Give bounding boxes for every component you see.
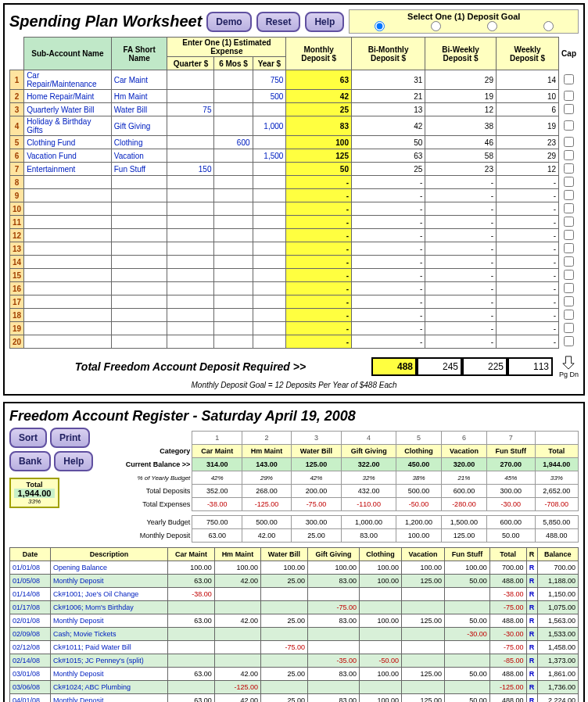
quarter-cell[interactable] — [167, 136, 214, 149]
reg-desc[interactable]: Ck#1015; JC Penney's (split) — [51, 654, 168, 668]
reg-cell[interactable] — [359, 628, 401, 641]
reg-cell[interactable]: 1,861.00 — [537, 668, 578, 681]
reg-cell[interactable]: -35.00 — [307, 654, 359, 668]
reg-cell[interactable]: 700.00 — [489, 561, 526, 575]
year-cell[interactable] — [253, 103, 286, 116]
reg-date[interactable]: 01/05/08 — [10, 575, 51, 588]
reg-reconciled[interactable]: R — [526, 654, 537, 668]
reg-cell[interactable]: -75.00 — [489, 641, 526, 654]
cap-checkbox[interactable] — [564, 177, 574, 187]
reg-cell[interactable]: 63.00 — [168, 575, 215, 588]
reg-desc[interactable]: Ck#1006; Mom's Birthday — [51, 601, 168, 614]
sixmos-cell[interactable] — [214, 309, 253, 322]
reg-cell[interactable]: 63.00 — [168, 694, 215, 703]
cap-checkbox[interactable] — [564, 120, 574, 131]
register-row[interactable]: 04/01/08Monthly Deposit63.0042.0025.0083… — [10, 694, 579, 703]
cap-checkbox-cell[interactable] — [559, 295, 579, 309]
register-row[interactable]: 02/12/08Ck#1011; Paid Water Bill-75.00-7… — [10, 641, 579, 654]
reg-cell[interactable]: 50.00 — [444, 575, 489, 588]
year-cell[interactable]: 1,000 — [253, 116, 286, 136]
cap-checkbox[interactable] — [564, 203, 574, 213]
reg-cell[interactable] — [168, 641, 215, 654]
reg-desc[interactable]: Ck#1011; Paid Water Bill — [51, 641, 168, 654]
reg-cell[interactable]: 125.00 — [402, 694, 445, 703]
cap-checkbox-cell[interactable] — [559, 282, 579, 295]
reg-cell[interactable] — [402, 654, 445, 668]
reg-cell[interactable]: 25.00 — [260, 694, 307, 703]
cap-checkbox-cell[interactable] — [559, 242, 579, 256]
reg-cell[interactable]: -38.00 — [489, 588, 526, 601]
reg-cell[interactable] — [307, 588, 359, 601]
quarter-cell[interactable] — [167, 282, 214, 295]
sixmos-cell[interactable] — [214, 322, 253, 335]
reg-cell[interactable]: 100.00 — [359, 694, 401, 703]
reg-cell[interactable]: 1,533.00 — [537, 628, 578, 641]
reg-cell[interactable]: 50.00 — [444, 668, 489, 681]
reg-date[interactable]: 02/12/08 — [10, 641, 51, 654]
fashort-cell[interactable] — [111, 189, 167, 202]
year-cell[interactable] — [253, 322, 286, 335]
reg-cell[interactable]: -38.00 — [168, 588, 215, 601]
reg-cell[interactable]: 42.00 — [214, 694, 260, 703]
reg-cell[interactable] — [402, 588, 445, 601]
fashort-cell[interactable] — [111, 309, 167, 322]
reg-cell[interactable] — [307, 681, 359, 694]
reg-cell[interactable]: -30.00 — [489, 628, 526, 641]
reg-date[interactable]: 01/14/08 — [10, 588, 51, 601]
reg-cell[interactable]: 25.00 — [260, 575, 307, 588]
demo-button[interactable]: Demo — [206, 12, 251, 32]
register-row[interactable]: 03/06/08Ck#1024; ABC Plumbing-125.00-125… — [10, 681, 579, 694]
subaccount-cell[interactable] — [24, 229, 112, 242]
reset-button[interactable]: Reset — [256, 12, 301, 32]
quarter-cell[interactable] — [167, 216, 214, 229]
reg-date[interactable]: 01/01/08 — [10, 561, 51, 575]
subaccount-cell[interactable] — [24, 202, 112, 216]
print-button[interactable]: Print — [50, 428, 90, 448]
reg-cell[interactable] — [444, 601, 489, 614]
cap-checkbox-cell[interactable] — [559, 269, 579, 282]
fashort-cell[interactable] — [111, 256, 167, 269]
cap-checkbox[interactable] — [564, 323, 574, 333]
year-cell[interactable] — [253, 216, 286, 229]
cap-checkbox-cell[interactable] — [559, 176, 579, 189]
year-cell[interactable] — [253, 189, 286, 202]
quarter-cell[interactable] — [167, 90, 214, 103]
reg-cell[interactable]: 83.00 — [307, 575, 359, 588]
subaccount-cell[interactable]: Home Repair/Maint — [24, 90, 112, 103]
fashort-cell[interactable] — [111, 282, 167, 295]
sixmos-cell[interactable] — [214, 149, 253, 163]
cap-checkbox[interactable] — [564, 336, 574, 346]
fashort-cell[interactable] — [111, 322, 167, 335]
year-cell[interactable]: 500 — [253, 90, 286, 103]
reg-reconciled[interactable]: R — [526, 575, 537, 588]
sixmos-cell[interactable] — [214, 242, 253, 256]
reg-cell[interactable]: 1,736.00 — [537, 681, 578, 694]
cap-checkbox-cell[interactable] — [559, 309, 579, 322]
sixmos-cell[interactable] — [214, 202, 253, 216]
reg-cell[interactable]: 488.00 — [489, 668, 526, 681]
reg-cell[interactable]: 42.00 — [214, 575, 260, 588]
reg-cell[interactable]: 488.00 — [489, 614, 526, 628]
reg-reconciled[interactable]: R — [526, 681, 537, 694]
fashort-cell[interactable] — [111, 335, 167, 349]
year-cell[interactable] — [253, 256, 286, 269]
register-row[interactable]: 01/17/08Ck#1006; Mom's Birthday-75.00-75… — [10, 601, 579, 614]
reg-cell[interactable]: 25.00 — [260, 614, 307, 628]
fashort-cell[interactable] — [111, 176, 167, 189]
reg-cell[interactable] — [168, 628, 215, 641]
reg-cell[interactable]: 100.00 — [359, 668, 401, 681]
subaccount-cell[interactable]: Car Repair/Maintenance — [24, 70, 112, 90]
reg-cell[interactable]: 100.00 — [260, 561, 307, 575]
cap-checkbox-cell[interactable] — [559, 149, 579, 163]
reg-cell[interactable]: 100.00 — [168, 561, 215, 575]
reg-cell[interactable]: 488.00 — [489, 694, 526, 703]
reg-cell[interactable]: 83.00 — [307, 668, 359, 681]
quarter-cell[interactable] — [167, 242, 214, 256]
reg-cell[interactable] — [260, 601, 307, 614]
reg-cell[interactable] — [168, 654, 215, 668]
reg-cell[interactable] — [307, 628, 359, 641]
cap-checkbox[interactable] — [564, 256, 574, 267]
register-row[interactable]: 02/01/08Monthly Deposit63.0042.0025.0083… — [10, 614, 579, 628]
reg-cell[interactable]: 1,075.00 — [537, 601, 578, 614]
reg-cell[interactable] — [214, 654, 260, 668]
